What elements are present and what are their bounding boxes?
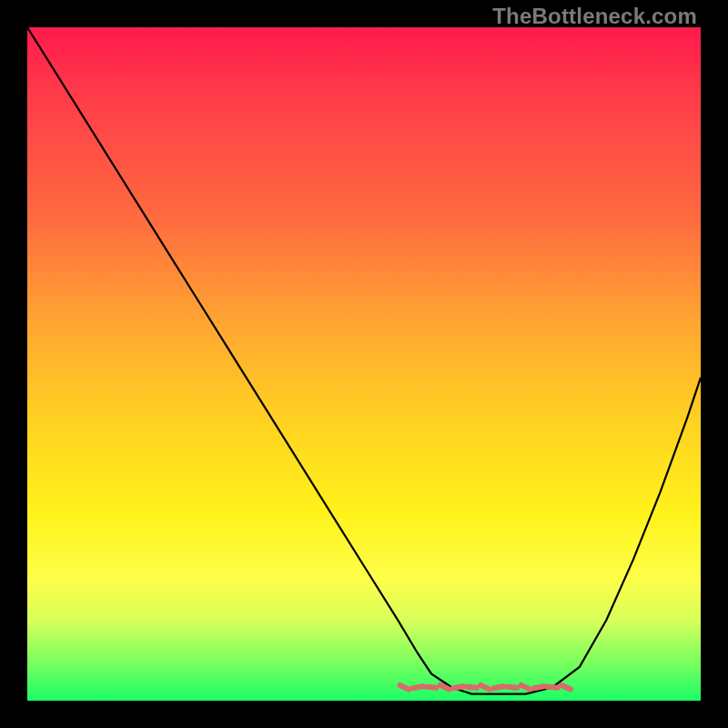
- curve-path: [27, 27, 701, 694]
- svg-line-11: [548, 687, 558, 688]
- plot-area: [27, 27, 701, 701]
- svg-line-6: [480, 685, 490, 690]
- svg-line-3: [440, 685, 450, 690]
- svg-line-2: [427, 687, 437, 688]
- outer-frame: TheBottleneck.com: [0, 0, 728, 728]
- svg-line-4: [453, 686, 463, 688]
- svg-line-9: [521, 685, 531, 690]
- svg-line-0: [399, 685, 409, 690]
- svg-line-12: [561, 685, 571, 690]
- svg-line-1: [413, 686, 423, 688]
- bottleneck-curve: [27, 27, 701, 701]
- svg-line-10: [534, 686, 544, 688]
- watermark-text: TheBottleneck.com: [492, 4, 697, 29]
- valley-tick-band: [399, 685, 571, 690]
- svg-line-8: [507, 687, 517, 688]
- svg-line-7: [494, 686, 504, 688]
- svg-line-5: [467, 687, 477, 688]
